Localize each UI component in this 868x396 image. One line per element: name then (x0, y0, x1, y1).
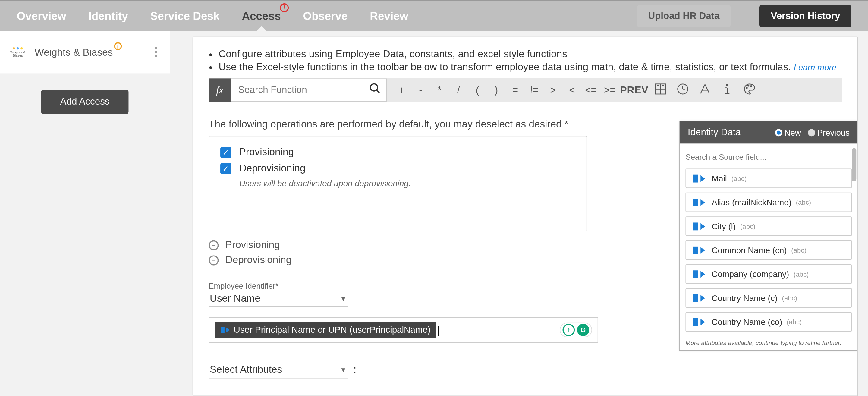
text-cursor: | (437, 324, 440, 336)
hint-line-2: Use the Excel-style functions in the too… (219, 61, 842, 73)
op-lte[interactable]: <= (581, 84, 600, 96)
svg-point-17 (750, 86, 752, 87)
app-card[interactable]: Weights & Biases Weights & Biases i ⋮ (0, 31, 170, 74)
deprovisioning-label: Deprovisioning (239, 162, 306, 174)
formula-toolbar: fx + - * / ( ) = != > < (209, 78, 842, 102)
svg-rect-20 (693, 198, 698, 206)
op-prev[interactable]: PREV (619, 84, 650, 96)
info-icon: i (114, 42, 122, 50)
search-function-input[interactable] (231, 85, 364, 96)
op-divide[interactable]: / (449, 84, 468, 96)
op-times[interactable]: * (430, 84, 449, 96)
kebab-menu-icon[interactable]: ⋮ (150, 45, 162, 60)
minus-circle-icon: − (209, 240, 218, 250)
status-check-icon: G (577, 324, 589, 336)
identity-field-country-c[interactable]: Country Name (c) (abc) (685, 288, 852, 308)
add-access-button[interactable]: Add Access (41, 90, 129, 114)
source-icon (692, 294, 707, 303)
source-icon (692, 174, 707, 183)
config-panel: Configure attributes using Employee Data… (193, 37, 858, 396)
employee-identifier-value: User Name (210, 293, 260, 304)
op-eq[interactable]: = (506, 84, 525, 96)
source-icon (692, 317, 707, 326)
identity-field-alias[interactable]: Alias (mailNickName) (abc) (685, 192, 852, 212)
identity-field-cn[interactable]: Common Name (cn) (abc) (685, 241, 852, 260)
select-attributes-colon: : (353, 363, 356, 378)
palette-icon[interactable] (738, 82, 761, 98)
svg-rect-19 (693, 175, 698, 182)
learn-more-link[interactable]: Learn more (794, 62, 837, 72)
identity-radio-new[interactable]: New (775, 128, 801, 137)
deprovisioning-checkbox[interactable]: ✓ (220, 163, 231, 174)
scrollbar[interactable] (852, 148, 856, 181)
upload-hr-data-button[interactable]: Upload HR Data (637, 5, 731, 27)
svg-point-16 (748, 85, 749, 86)
provisioning-label: Provisioning (239, 147, 294, 158)
deprovisioning-section-label: Deprovisioning (225, 254, 292, 266)
default-ops-box: ✓ Provisioning ✓ Deprovisioning Users wi… (209, 135, 587, 232)
nav-review[interactable]: Review (370, 2, 408, 30)
deprovisioning-note: Users will be deactivated upon deprovisi… (239, 179, 575, 188)
text-icon[interactable] (694, 82, 716, 98)
identity-data-panel: Identity Data New Previous Mail (679, 121, 858, 351)
identity-field-country-co[interactable]: Country Name (co) (abc) (685, 312, 852, 332)
select-attributes-label: Select Attributes (210, 364, 282, 375)
expression-status-badges: ↑ G (560, 323, 592, 337)
upn-token-label: User Principal Name or UPN (userPrincipa… (234, 325, 430, 335)
svg-rect-21 (693, 222, 698, 230)
app-name: Weights & Biases i (34, 47, 113, 58)
status-up-icon: ↑ (562, 324, 575, 336)
employee-identifier-label: Employee Identifier* (209, 281, 348, 291)
select-attributes-dropdown[interactable]: Select Attributes ▼ (209, 362, 348, 378)
nav-observe[interactable]: Observe (303, 2, 348, 30)
nav-overview[interactable]: Overview (17, 2, 66, 30)
source-icon (692, 269, 707, 278)
upn-token[interactable]: User Principal Name or UPN (userPrincipa… (215, 322, 436, 338)
op-neq[interactable]: != (525, 84, 544, 96)
identity-more-note: More attributes available, continue typi… (680, 338, 858, 351)
source-icon (692, 198, 707, 207)
nav-access[interactable]: Access ! (242, 2, 281, 30)
identity-field-city[interactable]: City (l) (abc) (685, 216, 852, 236)
op-plus[interactable]: + (393, 84, 411, 96)
info-icon-toolbar[interactable] (716, 82, 738, 98)
identity-field-company[interactable]: Company (company) (abc) (685, 264, 852, 284)
svg-rect-24 (693, 294, 698, 302)
svg-rect-18 (221, 327, 224, 333)
nav-service-desk[interactable]: Service Desk (150, 2, 220, 30)
op-rparen[interactable]: ) (487, 84, 506, 96)
op-lt[interactable]: < (562, 84, 581, 96)
grid-icon[interactable] (649, 82, 672, 98)
sidebar: Weights & Biases Weights & Biases i ⋮ Ad… (0, 31, 170, 396)
identity-field-list: Mail (abc) Alias (mailNickName) (abc) Ci… (680, 169, 858, 338)
op-gte[interactable]: >= (600, 84, 619, 96)
identity-field-mail[interactable]: Mail (abc) (685, 169, 852, 188)
source-icon (692, 222, 707, 231)
op-minus[interactable]: - (411, 84, 430, 96)
source-icon (220, 325, 230, 335)
fx-icon: fx (209, 78, 231, 102)
clock-icon[interactable] (672, 82, 694, 98)
svg-rect-23 (693, 270, 698, 278)
identity-panel-title: Identity Data (688, 127, 741, 138)
op-lparen[interactable]: ( (468, 84, 487, 96)
expression-input[interactable]: User Principal Name or UPN (userPrincipa… (209, 317, 598, 343)
version-history-button[interactable]: Version History (760, 5, 851, 27)
employee-identifier-select[interactable]: User Name ▼ (209, 291, 348, 307)
top-nav: Overview Identity Service Desk Access ! … (0, 0, 868, 31)
svg-line-1 (376, 90, 379, 93)
op-gt[interactable]: > (544, 84, 563, 96)
chevron-down-icon: ▼ (340, 366, 347, 374)
search-icon[interactable] (364, 82, 386, 98)
svg-point-15 (746, 87, 747, 89)
chevron-down-icon: ▼ (340, 295, 347, 303)
app-logo-icon: Weights & Biases (8, 42, 28, 62)
identity-search-input[interactable] (685, 149, 852, 165)
identity-radio-previous[interactable]: Previous (808, 128, 849, 137)
minus-circle-icon: − (209, 255, 218, 265)
provisioning-checkbox[interactable]: ✓ (220, 147, 231, 158)
svg-rect-25 (693, 318, 698, 326)
svg-rect-22 (693, 246, 698, 254)
svg-point-12 (726, 84, 728, 86)
nav-identity[interactable]: Identity (88, 2, 128, 30)
